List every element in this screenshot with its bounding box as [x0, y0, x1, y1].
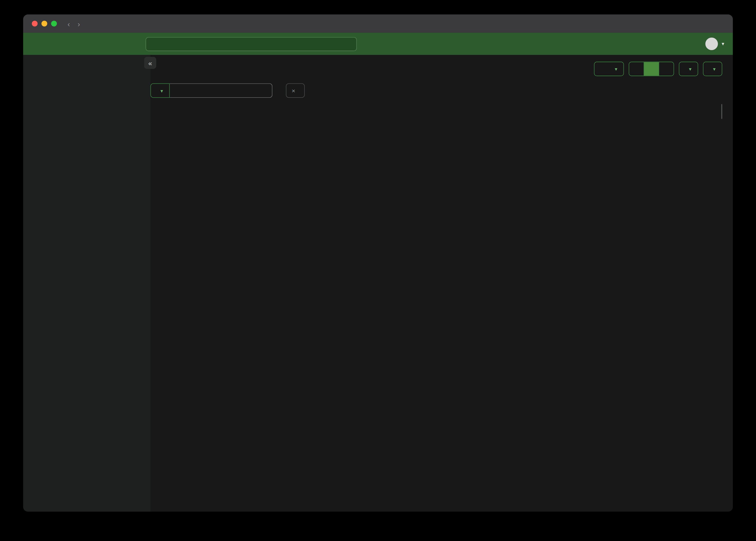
toolbar: ▼ ▼ ▼: [594, 62, 722, 76]
view-toggle-group: [629, 62, 674, 76]
app-navbar: ▼: [23, 33, 733, 55]
titlebar: ‹ ›: [23, 14, 733, 33]
list-view-button[interactable]: [629, 62, 644, 76]
detail-view-button[interactable]: [659, 62, 674, 76]
avatar: [705, 38, 718, 50]
browser-back-icon[interactable]: ‹: [67, 20, 70, 28]
sort-button[interactable]: ▼: [679, 62, 698, 76]
global-search[interactable]: [146, 37, 357, 51]
search-icon: [151, 40, 158, 47]
reset-filters-button[interactable]: ×: [286, 83, 304, 98]
select-list-icon: [600, 65, 607, 73]
filter-query-input[interactable]: [170, 83, 272, 98]
list-view-icon: [633, 65, 640, 73]
filter-bar: ▼ ×: [150, 83, 722, 98]
close-window-button[interactable]: [32, 21, 38, 26]
search-input[interactable]: [162, 40, 351, 48]
app-window: ‹ › ▼ «: [23, 14, 733, 511]
minimize-window-button[interactable]: [41, 21, 47, 26]
browser-forward-icon[interactable]: ›: [78, 20, 80, 28]
pagination: [721, 104, 722, 119]
help-icon: [32, 493, 40, 502]
desktop: ‹ › ▼ «: [0, 0, 756, 541]
zoom-window-button[interactable]: [51, 21, 57, 26]
share-icon[interactable]: [716, 19, 725, 27]
sidebar: «: [23, 55, 150, 511]
user-icon: [708, 40, 716, 48]
select-button[interactable]: ▼: [594, 62, 624, 76]
field-selector-button[interactable]: ▼: [150, 83, 170, 98]
app-brand[interactable]: [31, 39, 146, 49]
chevron-down-icon: ▼: [721, 41, 725, 46]
paperless-logo-icon: [31, 39, 41, 49]
account-menu[interactable]: ▼: [705, 38, 725, 50]
detail-view-icon: [663, 65, 670, 73]
app-version: [23, 505, 150, 507]
views-button[interactable]: ▼: [703, 62, 722, 76]
documents-page: ▼ ▼ ▼ ▼: [150, 55, 733, 511]
grid-view-button[interactable]: [644, 62, 659, 76]
close-icon: ×: [292, 87, 295, 94]
sidebar-collapse-button[interactable]: «: [144, 57, 156, 69]
title-content-filter: ▼: [150, 83, 272, 98]
traffic-lights: [32, 21, 57, 26]
grid-view-icon: [648, 65, 655, 73]
sidebar-item-documentation[interactable]: [23, 490, 150, 505]
